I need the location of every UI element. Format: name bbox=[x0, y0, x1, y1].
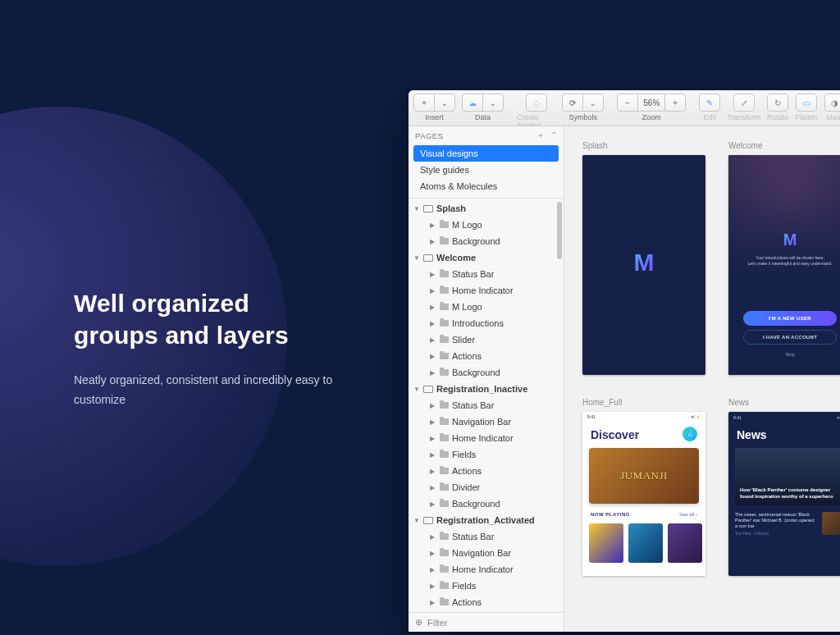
hero-subtitle: Neatly organized, consistent and incredi… bbox=[74, 371, 369, 410]
news-thumb bbox=[822, 512, 840, 535]
layer-item[interactable]: ▶Background bbox=[409, 496, 564, 512]
layer-artboard[interactable]: ▼Registration_Inactive bbox=[409, 381, 564, 397]
insert-button[interactable] bbox=[413, 94, 435, 112]
toolbar: Insert Data Create Symbol Symbols 56% bbox=[409, 90, 840, 126]
layer-item[interactable]: ▶Introductions bbox=[409, 315, 564, 331]
layer-item[interactable]: ▶Fields bbox=[409, 446, 564, 463]
news-item: The sweet, sentimental reason 'Black Pan… bbox=[735, 512, 840, 537]
symbols-button[interactable] bbox=[562, 94, 583, 112]
scrollbar[interactable] bbox=[557, 202, 562, 259]
news-card-text: How 'Black Panther' costume designer fou… bbox=[740, 487, 840, 500]
zoom-value[interactable]: 56% bbox=[637, 94, 665, 112]
layer-artboard[interactable]: ▼Welcome bbox=[409, 249, 564, 266]
layer-item[interactable]: ▶Status Bar bbox=[409, 266, 564, 282]
featured-card: JUMANJI bbox=[589, 448, 699, 504]
data-dropdown[interactable] bbox=[482, 94, 504, 112]
tool-zoom-group: 56% Zoom bbox=[617, 94, 686, 121]
create-symbol-button[interactable] bbox=[526, 94, 547, 112]
layer-item[interactable]: ▶Status Bar bbox=[409, 528, 564, 545]
discover-heading: Discover bbox=[591, 428, 639, 441]
layer-item[interactable]: ▶Actions bbox=[409, 348, 564, 364]
folder-icon bbox=[440, 582, 449, 589]
news-heading: News bbox=[737, 428, 767, 441]
symbols-dropdown[interactable] bbox=[582, 94, 604, 112]
layer-item[interactable]: ▶Divider bbox=[409, 479, 564, 496]
tool-insert-group: Insert bbox=[413, 94, 455, 121]
collapse-pages-button[interactable]: ⌃ bbox=[550, 130, 558, 141]
folder-icon bbox=[440, 304, 449, 310]
page-item[interactable]: Style guides bbox=[413, 162, 559, 178]
flatten-label: Flatten bbox=[795, 113, 818, 121]
rotate-icon bbox=[774, 98, 781, 107]
folder-icon bbox=[440, 402, 449, 409]
artboard-news[interactable]: News 9:41•ıl ⚡ News How 'Black Panther' … bbox=[728, 398, 840, 576]
news-item-meta: Tom Peck · 2 Mornin bbox=[735, 532, 817, 537]
layer-item[interactable]: ▶Navigation Bar bbox=[409, 545, 564, 561]
insert-dropdown[interactable] bbox=[434, 94, 455, 112]
layer-item[interactable]: ▶M Logo bbox=[409, 299, 564, 315]
layer-item[interactable]: ▶Fields bbox=[409, 578, 564, 594]
folder-icon bbox=[440, 566, 449, 573]
rotate-button[interactable] bbox=[767, 94, 788, 112]
tool-symbols-group: Symbols bbox=[562, 94, 604, 121]
pen-icon bbox=[706, 98, 713, 107]
layer-item[interactable]: ▶Divider bbox=[409, 610, 564, 612]
rotate-label: Rotate bbox=[767, 113, 789, 121]
folder-icon bbox=[440, 451, 449, 458]
edit-button[interactable] bbox=[699, 94, 720, 112]
minus-icon bbox=[625, 98, 630, 107]
filter-input[interactable]: Filter bbox=[427, 618, 447, 628]
layer-item[interactable]: ▶Home Indicator bbox=[409, 561, 564, 578]
zoom-out-button[interactable] bbox=[617, 94, 638, 112]
folder-icon bbox=[440, 287, 449, 294]
layer-item[interactable]: ▶Slider bbox=[409, 331, 564, 348]
layer-item[interactable]: ▶Status Bar bbox=[409, 397, 564, 413]
layer-item[interactable]: ▶M Logo bbox=[409, 217, 564, 233]
layer-artboard[interactable]: ▼Registration_Activated bbox=[409, 512, 564, 528]
flatten-icon bbox=[803, 98, 810, 107]
folder-icon bbox=[440, 435, 449, 441]
layers-panel[interactable]: ▼Splash▶M Logo▶Background▼Welcome▶Status… bbox=[409, 198, 564, 612]
artboard-home[interactable]: Home_Full 9:41•ıl ⚡ Discover ⌕ JUMANJI N… bbox=[582, 398, 705, 576]
app-body: Pages ＋ ⌃ Visual designsStyle guidesAtom… bbox=[409, 126, 840, 632]
zoom-label: Zoom bbox=[642, 113, 661, 121]
status-icons: •ıl ⚡ bbox=[691, 414, 701, 419]
folder-icon bbox=[440, 550, 449, 556]
layer-artboard[interactable]: ▼Splash bbox=[409, 200, 564, 217]
thumbnails bbox=[589, 523, 705, 563]
mask-button[interactable] bbox=[824, 94, 840, 112]
cloud-icon bbox=[468, 98, 477, 107]
layer-item[interactable]: ▶Home Indicator bbox=[409, 282, 564, 299]
layer-item[interactable]: ▶Navigation Bar bbox=[409, 413, 564, 430]
artboard-title: News bbox=[728, 398, 840, 407]
page-item[interactable]: Atoms & Molecules bbox=[413, 178, 559, 194]
thumbnail bbox=[589, 523, 623, 563]
m-logo: M bbox=[634, 249, 655, 276]
artboard-title: Welcome bbox=[728, 141, 840, 150]
folder-icon bbox=[440, 320, 449, 327]
canvas[interactable]: Splash M Welcome M Your introductions wi… bbox=[564, 126, 840, 632]
transform-button[interactable] bbox=[733, 94, 755, 112]
zoom-in-button[interactable] bbox=[664, 94, 686, 112]
folder-icon bbox=[440, 484, 449, 491]
layer-item[interactable]: ▶Background bbox=[409, 364, 564, 381]
layer-item[interactable]: ▶Background bbox=[409, 233, 564, 249]
status-time: 9:41 bbox=[733, 415, 742, 420]
page-item[interactable]: Visual designs bbox=[413, 145, 559, 162]
artboard-splash[interactable]: Splash M bbox=[582, 141, 705, 375]
data-button[interactable] bbox=[462, 94, 483, 112]
folder-icon bbox=[440, 222, 449, 228]
flatten-button[interactable] bbox=[796, 94, 817, 112]
add-page-button[interactable]: ＋ bbox=[536, 130, 546, 141]
artboard-welcome[interactable]: Welcome M Your introductions will be sho… bbox=[728, 141, 840, 375]
layer-item[interactable]: ▶Actions bbox=[409, 463, 564, 479]
plus-icon bbox=[420, 97, 428, 108]
diamond-icon bbox=[533, 98, 540, 107]
tool-data-group: Data bbox=[462, 94, 504, 121]
layer-item[interactable]: ▶Home Indicator bbox=[409, 430, 564, 446]
pages-list: Visual designsStyle guidesAtoms & Molecu… bbox=[409, 145, 564, 198]
folder-icon bbox=[440, 500, 449, 507]
design-app-window: Insert Data Create Symbol Symbols 56% bbox=[409, 90, 840, 632]
layer-item[interactable]: ▶Actions bbox=[409, 594, 564, 610]
pages-header-label: Pages bbox=[415, 131, 444, 140]
